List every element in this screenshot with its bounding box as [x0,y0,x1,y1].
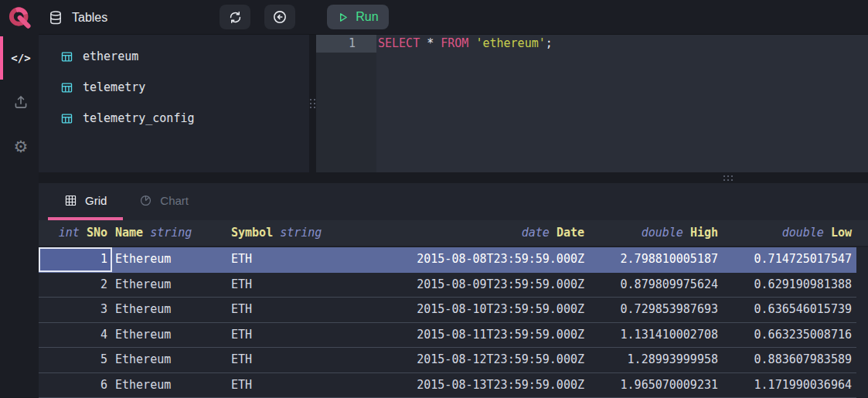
table-icon [60,81,73,94]
column-name: Name [115,226,143,240]
code-token-plain: ; [546,36,553,50]
table-list-item[interactable]: ethereum [39,41,309,72]
tables-panel-header: Tables [48,0,107,35]
grid-cell[interactable]: 0.883607983589 [723,348,856,372]
grid-cell[interactable]: ETH [228,348,348,372]
sql-editor-nav-icon[interactable]: </> [3,41,39,75]
sql-editor[interactable]: 1 SELECT * FROM 'ethereum'; [316,35,868,172]
arrow-left-circle-icon [272,9,288,25]
database-icon [48,10,63,26]
run-query-button[interactable]: Run [327,5,389,29]
column-header-sno[interactable]: int SNo [39,220,112,246]
column-header-name[interactable]: Name string [112,220,228,246]
code-token-string: 'ethereum' [475,36,545,50]
grid-cell[interactable]: 2015-08-10T23:59:59.000Z [348,298,589,322]
header-filler [856,220,868,246]
results-panel: Grid Chart int SNoName stringSymbol stri… [39,183,868,398]
tab-chart[interactable]: Chart [123,183,205,220]
grid-cell[interactable]: Ethereum [112,273,228,298]
grid-cell[interactable]: 2.798810005187 [589,247,723,272]
refresh-icon [228,10,243,25]
grid-cell[interactable]: Ethereum [112,348,228,372]
table-row[interactable]: 5EthereumETH2015-08-12T23:59:59.000Z1.28… [39,348,856,373]
table-icon [60,50,73,63]
grid-cell[interactable]: 2015-08-12T23:59:59.000Z [348,348,589,372]
grid-cell[interactable]: ETH [228,247,348,272]
column-type: string [280,226,322,240]
column-name: Date [557,226,584,240]
grid-cell[interactable]: ETH [228,323,348,348]
grid-cell[interactable]: 1 [39,247,112,272]
grid-cell[interactable]: 5 [39,348,112,372]
table-list-item[interactable]: telemetry [39,72,309,103]
sql-code-line[interactable]: SELECT * FROM 'ethereum'; [378,35,868,53]
grid-cell[interactable]: ETH [228,373,348,398]
table-list-item[interactable]: telemetry_config [39,103,309,134]
questdb-logo-icon [7,5,32,30]
grid-cell[interactable]: ETH [228,273,348,298]
run-button-label: Run [356,10,378,24]
code-token-plain [420,36,427,50]
column-name: Symbol [231,226,273,240]
panel-title-label: Tables [72,11,107,25]
editor-gutter [316,35,376,172]
import-upload-icon[interactable] [3,85,39,119]
grid-cell[interactable]: Ethereum [112,298,228,322]
table-name: telemetry [83,80,145,94]
column-name: SNo [87,226,107,240]
column-type: string [150,226,192,240]
grid-cell[interactable]: 1.131410002708 [589,323,723,348]
grid-cell[interactable]: 0.636546015739 [723,298,856,322]
grid-cell[interactable]: 3 [39,298,112,322]
grid-cell[interactable]: 1.28993999958 [589,348,723,372]
refresh-tables-button[interactable] [220,5,250,29]
grid-cell[interactable]: Ethereum [112,247,228,272]
grid-cell[interactable]: 0.663235008716 [723,323,856,348]
questdb-console: </> ⚙ Tables [0,0,868,398]
grid-cell[interactable]: 2015-08-13T23:59:59.000Z [348,373,589,398]
grid-cell[interactable]: 6 [39,373,112,398]
grid-cell[interactable]: 1.171990036964 [723,373,856,398]
grid-cell[interactable]: 2015-08-08T23:59:59.000Z [348,247,589,272]
grid-cell[interactable]: 0.629190981388 [723,273,856,298]
collapse-panel-button[interactable] [264,5,295,29]
grid-cell[interactable]: 0.714725017547 [723,247,856,272]
table-name: ethereum [83,49,138,63]
top-bar: Tables Run [39,0,868,35]
results-tabs: Grid Chart [39,183,868,220]
column-name: Low [831,226,852,240]
grid-cell[interactable]: 0.879809975624 [589,273,723,298]
tab-grid-label: Grid [85,194,107,207]
column-header-high[interactable]: double High [589,220,723,246]
table-name: telemetry_config [83,111,195,125]
grid-cell[interactable]: Ethereum [112,323,228,348]
tab-chart-label: Chart [160,194,189,207]
play-icon [337,12,349,23]
tab-grid[interactable]: Grid [48,183,123,220]
grid-cell[interactable]: 2015-08-09T23:59:59.000Z [348,273,589,298]
horizontal-splitter-handle[interactable] [39,172,868,183]
questdb-logo[interactable] [0,0,39,36]
code-token-plain [434,36,441,50]
table-row[interactable]: 3EthereumETH2015-08-10T23:59:59.000Z0.72… [39,298,856,323]
pie-chart-icon [139,194,152,207]
grid-column-headers: int SNoName stringSymbol stringdate Date… [39,220,868,247]
settings-gear-icon[interactable]: ⚙ [3,129,39,163]
table-row[interactable]: 6EthereumETH2015-08-13T23:59:59.000Z1.96… [39,373,856,398]
table-row[interactable]: 2EthereumETH2015-08-09T23:59:59.000Z0.87… [39,273,856,298]
column-header-date[interactable]: date Date [348,220,589,246]
table-row[interactable]: 1EthereumETH2015-08-08T23:59:59.000Z2.79… [39,247,856,273]
grid-cell[interactable]: 1.965070009231 [589,373,723,398]
column-name: High [690,226,718,240]
column-header-low[interactable]: double Low [723,220,856,246]
grid-cell[interactable]: 0.729853987693 [589,298,723,322]
column-header-symbol[interactable]: Symbol string [228,220,348,246]
tables-list: ethereum telemetry telemetry_config [39,35,309,172]
grid-cell[interactable]: 2015-08-11T23:59:59.000Z [348,323,589,348]
grid-cell[interactable]: Ethereum [112,373,228,398]
grid-cell[interactable]: ETH [228,298,348,322]
grid-cell[interactable]: 2 [39,273,112,298]
table-row[interactable]: 4EthereumETH2015-08-11T23:59:59.000Z1.13… [39,323,856,349]
grid-cell[interactable]: 4 [39,323,112,348]
vertical-splitter-handle[interactable] [309,35,316,172]
